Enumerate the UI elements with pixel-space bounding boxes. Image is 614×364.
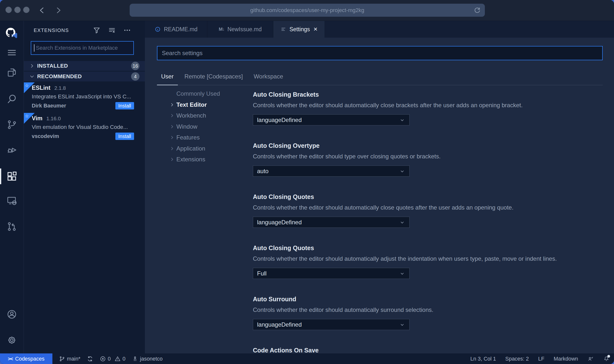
chevron-right-icon [169, 146, 174, 151]
settings-editor-icon [280, 26, 287, 32]
close-icon[interactable]: ✕ [313, 26, 318, 32]
extension-description: Vim emulation for Visual Studio Code... [32, 124, 138, 130]
problems-indicator[interactable]: 0 0 [100, 356, 125, 362]
setting-title: Auto Closing Overtype [253, 142, 602, 149]
clear-extension-filter-icon[interactable] [108, 26, 116, 34]
install-button[interactable]: Install [115, 133, 134, 140]
window-close-button[interactable] [5, 7, 12, 13]
star-icon: ☆ [25, 113, 29, 119]
run-debug-icon[interactable] [6, 144, 18, 156]
tree-item-text-editor[interactable]: Text Editor [169, 99, 253, 110]
tree-item-workbench[interactable]: Workbench [169, 110, 253, 121]
section-label: RECOMMENDED [37, 73, 131, 80]
setting-title: Auto Surround [253, 295, 602, 303]
star-icon: ☆ [25, 83, 29, 88]
setting-title: Auto Closing Quotes [253, 244, 602, 252]
settings-tree: Commonly Used Text Editor Workbench Wind… [157, 85, 253, 353]
extension-author: Dirk Baeumer [32, 103, 115, 109]
scope-tab-remote[interactable]: Remote [Codespaces] [180, 68, 247, 85]
tree-item-features[interactable]: Features [169, 132, 253, 143]
tab-readme[interactable]: README.md [145, 21, 207, 38]
install-button[interactable]: Install [115, 102, 134, 109]
scope-tab-user[interactable]: User [157, 68, 178, 85]
tab-settings[interactable]: Settings ✕ [273, 21, 324, 38]
setting-auto-surround: Auto Surround Controls whether the edito… [253, 295, 602, 330]
settings-search-input[interactable] [157, 46, 603, 60]
setting-description: Controls whether the editor should type … [253, 153, 602, 160]
explorer-icon[interactable] [6, 67, 18, 78]
info-icon [154, 26, 161, 32]
filter-icon[interactable] [93, 26, 101, 34]
setting-description: Controls whether the editor should autom… [253, 255, 602, 262]
indentation[interactable]: Spaces: 2 [505, 356, 529, 362]
window-zoom-button[interactable] [23, 7, 30, 13]
url-bar[interactable]: github.com/codespaces/user-my-project-mg… [130, 4, 485, 17]
cursor-position[interactable]: Ln 3, Col 1 [470, 356, 496, 362]
github-codespaces-logo-icon[interactable] [6, 27, 18, 41]
feedback-icon[interactable] [587, 356, 594, 362]
account-icon[interactable] [6, 308, 18, 320]
section-recommended[interactable]: RECOMMENDED 4 [24, 72, 145, 81]
settings-list: Auto Closing Brackets Controls whether t… [253, 85, 602, 353]
setting-dropdown[interactable]: languageDefined [253, 217, 410, 228]
chevron-down-icon [399, 219, 405, 226]
url-text: github.com/codespaces/user-my-project-mg… [250, 7, 364, 14]
tab-label: Settings [290, 26, 310, 33]
sync-button[interactable] [87, 356, 93, 362]
tree-item-extensions[interactable]: Extensions [169, 154, 253, 165]
markdown-icon: M↓ [219, 27, 224, 32]
text-caret [34, 44, 34, 52]
tree-item-commonly-used[interactable]: Commonly Used [169, 88, 253, 99]
extension-author: vscodevim [32, 133, 115, 139]
window-minimize-button[interactable] [14, 7, 21, 13]
setting-dropdown[interactable]: auto [253, 166, 410, 177]
setting-title: Auto Closing Brackets [253, 91, 602, 98]
setting-title: Code Actions On Save [253, 347, 602, 353]
notification-dot [607, 355, 610, 358]
branch-icon [59, 356, 65, 362]
active-view-indicator [0, 168, 1, 184]
section-installed[interactable]: INSTALLED 16 [24, 61, 145, 71]
chevron-down-icon [399, 168, 405, 174]
menu-icon[interactable] [6, 47, 18, 59]
count-badge: 4 [131, 72, 139, 81]
setting-auto-closing-brackets: Auto Closing Brackets Controls whether t… [253, 91, 602, 125]
setting-dropdown[interactable]: languageDefined [253, 114, 410, 125]
extension-row-eslint[interactable]: ☆ ESLint 2.1.8 Integrates ESLint JavaScr… [24, 82, 145, 112]
setting-description: Controls whether the editor should autom… [253, 306, 602, 314]
extensions-icon[interactable] [6, 170, 18, 182]
status-bar: >< Codespaces main* 0 0 jasonetco Ln [0, 353, 614, 364]
activity-bar [0, 21, 24, 353]
branch-indicator[interactable]: main* [59, 356, 80, 362]
more-actions-icon[interactable] [123, 26, 131, 34]
warning-count: 0 [123, 356, 125, 362]
extension-row-vim[interactable]: ☆ Vim 1.16.0 Vim emulation for Visual St… [24, 113, 145, 142]
extension-version: 2.1.8 [54, 85, 66, 91]
tree-item-application[interactable]: Application [169, 143, 253, 154]
scope-tab-workspace[interactable]: Workspace [249, 68, 287, 85]
search-icon[interactable] [6, 93, 18, 105]
tab-bar: README.md M↓ NewIssue.md Settings ✕ [145, 21, 614, 38]
setting-dropdown[interactable]: languageDefined [253, 319, 410, 330]
extensions-search-input[interactable] [31, 41, 134, 55]
eol-sequence[interactable]: LF [538, 356, 544, 362]
section-label: INSTALLED [37, 63, 131, 69]
reload-icon[interactable] [474, 7, 481, 14]
settings-gear-icon[interactable] [6, 334, 18, 346]
language-mode[interactable]: Markdown [554, 356, 578, 362]
panel-title: EXTENSIONS [34, 28, 93, 33]
tab-newissue[interactable]: M↓ NewIssue.md [207, 21, 273, 38]
source-control-icon[interactable] [6, 119, 18, 131]
github-pull-request-icon[interactable] [6, 221, 18, 232]
tree-item-window[interactable]: Window [169, 121, 253, 132]
codespaces-remote-button[interactable]: >< Codespaces [0, 353, 52, 364]
setting-dropdown[interactable]: Full [253, 268, 410, 279]
back-icon[interactable] [39, 5, 45, 15]
user-indicator[interactable]: jasonetco [132, 356, 163, 362]
warnings-icon [114, 356, 121, 362]
remote-explorer-icon[interactable] [6, 195, 18, 207]
setting-code-actions-on-save: Code Actions On Save [253, 347, 602, 353]
extension-description: Integrates ESLint JavaScript into VS C..… [32, 93, 138, 100]
notifications-button[interactable] [603, 356, 610, 362]
forward-icon[interactable] [55, 5, 61, 15]
